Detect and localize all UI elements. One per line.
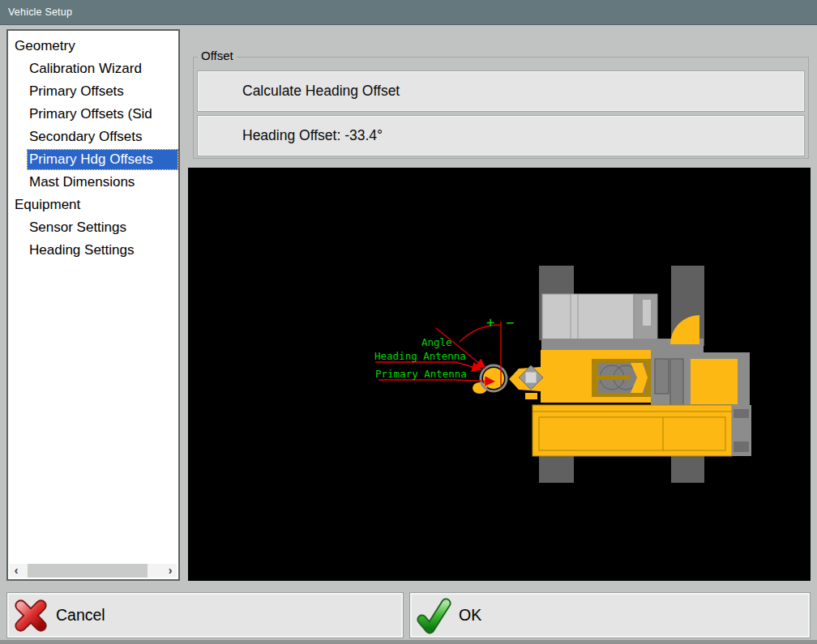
sidebar-item-primary-offsets-side[interactable]: Primary Offsets (Sid (8, 102, 178, 125)
sidebar-item-primary-offsets[interactable]: Primary Offsets (8, 79, 178, 102)
sidebar-item-equipment[interactable]: Equipment (8, 193, 178, 215)
angle-arc (460, 325, 501, 342)
scrollbar-thumb[interactable] (28, 564, 148, 578)
offset-groupbox: Offset Calculate Heading Offset Heading … (193, 57, 809, 159)
vehicle-rear-section (651, 352, 750, 409)
window-title: Vehicle Setup (8, 6, 72, 18)
window-bottom-edge (0, 640, 817, 644)
green-check-icon (415, 597, 452, 634)
heading-offset-value-button[interactable]: Heading Offset: -33.4° (197, 115, 805, 156)
horizontal-scrollbar[interactable]: ‹ › (10, 564, 177, 578)
cancel-button[interactable]: Cancel (6, 592, 404, 638)
heading-antenna-label: Heading Antenna (374, 350, 466, 362)
offset-group-label: Offset (198, 49, 237, 62)
sidebar-item-mast-dimensions[interactable]: Mast Dimensions (8, 170, 178, 193)
vehicle-blade (533, 405, 751, 456)
scroll-right-icon[interactable]: › (164, 564, 177, 578)
red-x-icon (12, 597, 49, 634)
ok-button-label: OK (459, 606, 481, 625)
cancel-button-label: Cancel (56, 606, 105, 625)
primary-antenna-label: Primary Antenna (375, 368, 467, 380)
sidebar-item-calibration-wizard[interactable]: Calibration Wizard (8, 57, 178, 79)
sidebar-item-sensor-settings[interactable]: Sensor Settings (8, 215, 178, 238)
angle-label: Angle (421, 336, 452, 348)
sidebar-item-geometry[interactable]: Geometry (8, 34, 178, 57)
sidebar-item-secondary-offsets[interactable]: Secondary Offsets (8, 125, 178, 147)
titlebar: Vehicle Setup (0, 0, 817, 25)
tree-items: Geometry Calibration Wizard Primary Offs… (8, 31, 178, 261)
sidebar-item-heading-settings[interactable]: Heading Settings (8, 238, 178, 261)
scroll-left-icon[interactable]: ‹ (10, 564, 23, 578)
calculate-heading-offset-button[interactable]: Calculate Heading Offset (197, 70, 805, 112)
plus-symbol: + (486, 314, 494, 331)
sidebar-item-primary-hdg-offsets[interactable]: Primary Hdg Offsets (8, 147, 178, 170)
vehicle-setup-window: { "window": { "title": "Vehicle Setup" }… (0, 0, 817, 644)
ok-button[interactable]: OK (409, 592, 811, 638)
vehicle-diagram-canvas: Angle Heading Antenna Primary Antenna + … (188, 168, 811, 581)
settings-tree: Geometry Calibration Wizard Primary Offs… (6, 29, 180, 581)
primary-antenna-leader-line (379, 380, 494, 382)
minus-symbol: − (506, 314, 514, 331)
vehicle-implement (592, 359, 652, 397)
vehicle-hitch-and-antenna (473, 365, 543, 399)
vehicle-diagram: Angle Heading Antenna Primary Antenna + … (188, 168, 811, 581)
